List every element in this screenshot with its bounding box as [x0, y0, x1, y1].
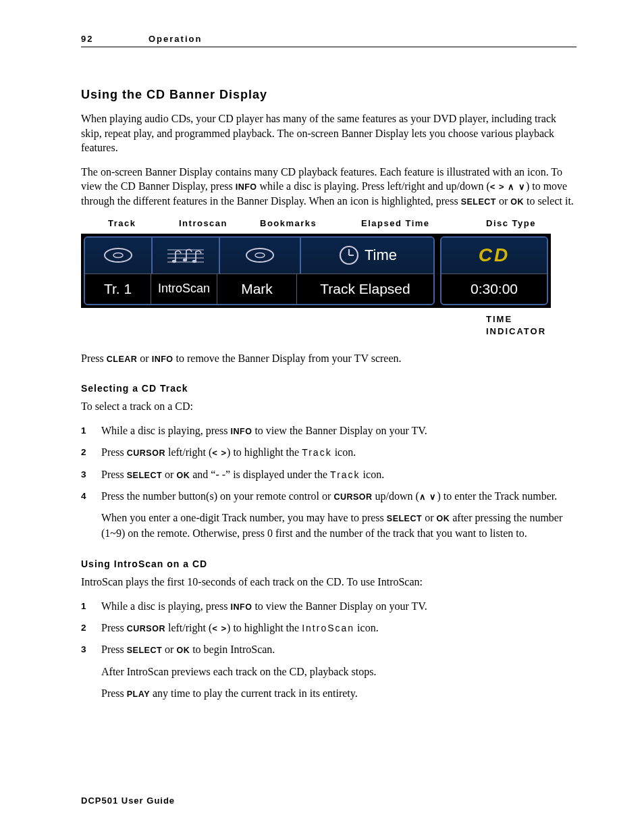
bookmarks-icon-cell	[220, 238, 301, 274]
introscan-steps: While a disc is playing, press INFO to v…	[81, 599, 576, 702]
sel-step-4: Press the number button(s) on your remot…	[81, 489, 576, 541]
svg-point-9	[246, 249, 273, 262]
label-disc-type: Disc Type	[486, 218, 536, 228]
intro-paragraph-2: The on-screen Banner Display contains ma…	[81, 165, 576, 209]
time-indicator-label: TIME INDICATOR	[486, 313, 581, 338]
svg-point-10	[255, 253, 265, 258]
footer-guide-name: DCP501 User Guide	[81, 796, 175, 806]
banner-main-group: Time Tr. 1 IntroScan Mark Track Elapsed	[84, 236, 435, 305]
remove-banner-paragraph: Press CLEAR or INFO to remove the Banner…	[81, 351, 576, 366]
svg-point-1	[113, 253, 123, 258]
music-notes-icon	[166, 244, 205, 267]
is-step-2: Press CURSOR left/right (< >) to highlig…	[81, 621, 576, 635]
label-bookmarks: Bookmarks	[260, 218, 361, 228]
banner-elapsed-value: Track Elapsed	[297, 274, 433, 303]
page-number: 92	[81, 34, 149, 44]
svg-point-8	[192, 260, 196, 263]
label-introscan: Introscan	[179, 218, 260, 228]
label-track: Track	[108, 218, 179, 228]
banner-time-value: 0:30:00	[441, 274, 547, 303]
selecting-track-heading: Selecting a CD Track	[81, 383, 576, 394]
disc-icon	[103, 245, 134, 265]
introscan-intro: IntroScan plays the first 10-seconds of …	[81, 575, 576, 590]
is-step-3: Press SELECT or OK to begin IntroScan. A…	[81, 642, 576, 701]
section-title: Using the CD Banner Display	[81, 88, 576, 102]
header-divider	[81, 47, 576, 47]
banner-bookmarks-value: Mark	[217, 274, 297, 303]
label-elapsed-time: Elapsed Time	[361, 218, 486, 228]
sel-step-2: Press CURSOR left/right (< >) to highlig…	[81, 445, 576, 460]
banner-disc-type: CD	[441, 238, 547, 275]
sel-step-3: Press SELECT or OK and “- -” is displaye…	[81, 467, 576, 482]
banner-introscan-value: IntroScan	[151, 274, 217, 303]
disc-icon	[244, 245, 275, 265]
introscan-heading: Using IntroScan on a CD	[81, 558, 576, 569]
elapsed-icon-cell: Time	[301, 238, 433, 274]
intro-paragraph-1: When playing audio CDs, your CD player h…	[81, 111, 576, 155]
introscan-icon-cell	[153, 238, 220, 274]
track-icon-cell	[85, 238, 153, 274]
svg-point-0	[105, 249, 132, 262]
banner-labels: Track Introscan Bookmarks Elapsed Time D…	[81, 218, 576, 228]
time-label: Time	[365, 246, 397, 264]
sel-step-1: While a disc is playing, press INFO to v…	[81, 423, 576, 438]
selecting-track-intro: To select a track on a CD:	[81, 399, 576, 414]
is-step-1: While a disc is playing, press INFO to v…	[81, 599, 576, 614]
clock-icon	[338, 244, 360, 267]
banner-right-group: CD 0:30:00	[440, 236, 548, 305]
svg-point-6	[172, 260, 176, 263]
svg-point-7	[183, 259, 187, 261]
banner-track-value: Tr. 1	[85, 274, 151, 303]
page-header: 92 Operation	[81, 34, 576, 44]
section-name: Operation	[149, 34, 202, 44]
cd-banner-display: Time Tr. 1 IntroScan Mark Track Elapsed …	[81, 234, 551, 308]
selecting-track-steps: While a disc is playing, press INFO to v…	[81, 423, 576, 541]
